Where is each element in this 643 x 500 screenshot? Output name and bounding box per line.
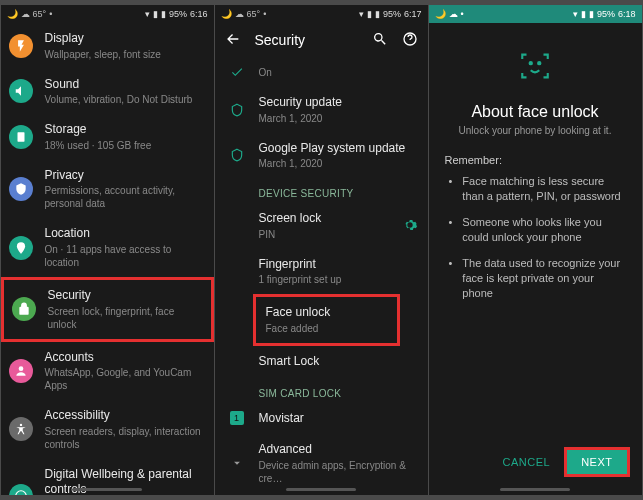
cloud-icon: ☁: [449, 9, 458, 19]
wifi-icon: ▾: [145, 9, 150, 19]
security-list: On Security updateMarch 1, 2020 Google P…: [215, 57, 428, 493]
clock: 6:18: [618, 9, 636, 19]
wifi-icon: ▾: [359, 9, 364, 19]
battery-pct: 95%: [597, 9, 615, 19]
display-icon: [9, 34, 33, 58]
section-sim-lock: SIM CARD LOCK: [215, 378, 428, 403]
signal-icon: ▮: [367, 9, 372, 19]
nav-indicator[interactable]: [500, 488, 570, 491]
clock: 6:16: [190, 9, 208, 19]
item-location[interactable]: LocationOn · 11 apps have access to loca…: [1, 218, 214, 277]
gear-icon[interactable]: [402, 217, 418, 235]
item-movistar[interactable]: 1 Movistar: [215, 403, 428, 435]
item-screen-lock[interactable]: Screen lockPIN: [215, 203, 428, 249]
accounts-icon: [9, 359, 33, 383]
temp: 65°: [33, 9, 47, 19]
item-fingerprint[interactable]: Fingerprint1 fingerprint set up: [215, 249, 428, 295]
cloud-icon: ☁: [21, 9, 30, 19]
item-smart-lock[interactable]: Smart Lock: [215, 346, 428, 378]
signal-icon: ▮: [581, 9, 586, 19]
remember-label: Remember:: [445, 154, 626, 166]
wifi-icon: ▾: [573, 9, 578, 19]
item-accessibility[interactable]: AccessibilityScreen readers, display, in…: [1, 400, 214, 459]
item-storage[interactable]: Storage18% used · 105 GB free: [1, 114, 214, 160]
sound-icon: [9, 79, 33, 103]
nav-indicator[interactable]: [72, 488, 142, 491]
item-accounts[interactable]: AccountsWhatsApp, Google, and YouCam App…: [1, 342, 214, 401]
battery-pct: 95%: [383, 9, 401, 19]
signal-icon: ▮: [153, 9, 158, 19]
status-bar: 🌙 ☁ 65° • ▾ ▮ ▮ 95% 6:17: [215, 5, 428, 23]
cloud-icon: ☁: [235, 9, 244, 19]
svg-point-2: [19, 424, 21, 426]
battery-icon: ▮: [375, 9, 380, 19]
status-bar: 🌙 ☁ • ▾ ▮ ▮ 95% 6:18: [429, 5, 642, 23]
clock: 6:17: [404, 9, 422, 19]
about-sub: Unlock your phone by looking at it.: [445, 125, 626, 136]
back-icon[interactable]: [225, 31, 241, 49]
item-on[interactable]: On: [215, 57, 428, 87]
moon-icon: 🌙: [221, 9, 232, 19]
bullet-2: Someone who looks like you could unlock …: [445, 215, 626, 246]
item-advanced[interactable]: AdvancedDevice admin apps, Encryption & …: [215, 434, 428, 493]
svg-point-3: [15, 491, 26, 495]
svg-rect-0: [17, 132, 24, 141]
face-unlock-screen: 🌙 ☁ • ▾ ▮ ▮ 95% 6:18 About face unlock U…: [429, 5, 642, 495]
moon-icon: 🌙: [435, 9, 446, 19]
status-bar: 🌙 ☁ 65° • ▾ ▮ ▮ 95% 6:16: [1, 5, 214, 23]
settings-list: DisplayWallpaper, sleep, font size Sound…: [1, 23, 214, 495]
chevron-down-icon: [225, 451, 249, 475]
wellbeing-icon: [9, 484, 33, 495]
play-icon: [225, 143, 249, 167]
about-body: About face unlock Unlock your phone by l…: [429, 23, 642, 435]
check-icon: [225, 60, 249, 84]
settings-screen: 🌙 ☁ 65° • ▾ ▮ ▮ 95% 6:16 DisplayWallpape…: [1, 5, 214, 495]
nav-indicator[interactable]: [286, 488, 356, 491]
battery-icon: ▮: [589, 9, 594, 19]
page-title: Security: [255, 32, 306, 48]
header: Security: [215, 23, 428, 57]
next-button[interactable]: NEXT: [564, 447, 629, 477]
cancel-button[interactable]: CANCEL: [503, 456, 551, 468]
security-screen: 🌙 ☁ 65° • ▾ ▮ ▮ 95% 6:17 Security On Sec…: [215, 5, 428, 495]
item-display[interactable]: DisplayWallpaper, sleep, font size: [1, 23, 214, 69]
item-sound[interactable]: SoundVolume, vibration, Do Not Disturb: [1, 69, 214, 115]
temp: 65°: [247, 9, 261, 19]
battery-pct: 95%: [169, 9, 187, 19]
svg-point-6: [538, 62, 540, 64]
help-icon[interactable]: [402, 31, 418, 49]
bottom-actions: CANCEL NEXT: [429, 435, 642, 495]
battery-icon: ▮: [161, 9, 166, 19]
search-icon[interactable]: [372, 31, 388, 49]
face-icon: [445, 49, 626, 85]
storage-icon: [9, 125, 33, 149]
section-device-security: DEVICE SECURITY: [215, 178, 428, 203]
svg-point-1: [18, 366, 23, 371]
accessibility-icon: [9, 417, 33, 441]
location-icon: [9, 236, 33, 260]
shield-icon: [225, 98, 249, 122]
privacy-icon: [9, 177, 33, 201]
item-privacy[interactable]: PrivacyPermissions, account activity, pe…: [1, 160, 214, 219]
item-face-unlock[interactable]: Face unlockFace added: [253, 294, 400, 346]
svg-point-5: [530, 62, 532, 64]
bullet-3: The data used to recognize your face is …: [445, 256, 626, 302]
moon-icon: 🌙: [7, 9, 18, 19]
security-icon: [12, 297, 36, 321]
item-play-update[interactable]: Google Play system updateMarch 1, 2020: [215, 133, 428, 179]
item-security-update[interactable]: Security updateMarch 1, 2020: [215, 87, 428, 133]
item-security[interactable]: SecurityScreen lock, fingerprint, face u…: [1, 277, 214, 342]
sim-badge: 1: [225, 406, 249, 430]
about-title: About face unlock: [445, 103, 626, 121]
bullet-1: Face matching is less secure than a patt…: [445, 174, 626, 205]
